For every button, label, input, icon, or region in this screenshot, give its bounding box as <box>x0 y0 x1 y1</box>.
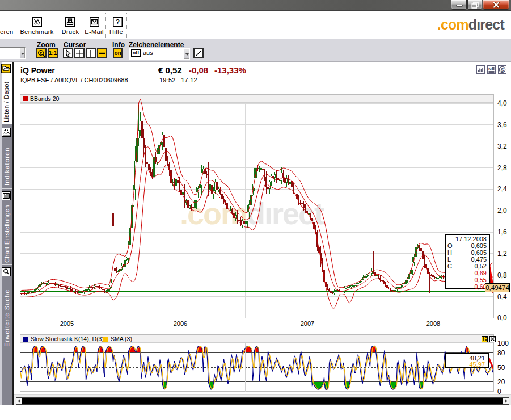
svg-text:?: ? <box>116 18 120 26</box>
svg-text:.comdırect: .comdırect <box>180 196 324 230</box>
svg-text:S: S <box>500 67 504 73</box>
svg-text:N: N <box>488 66 492 72</box>
